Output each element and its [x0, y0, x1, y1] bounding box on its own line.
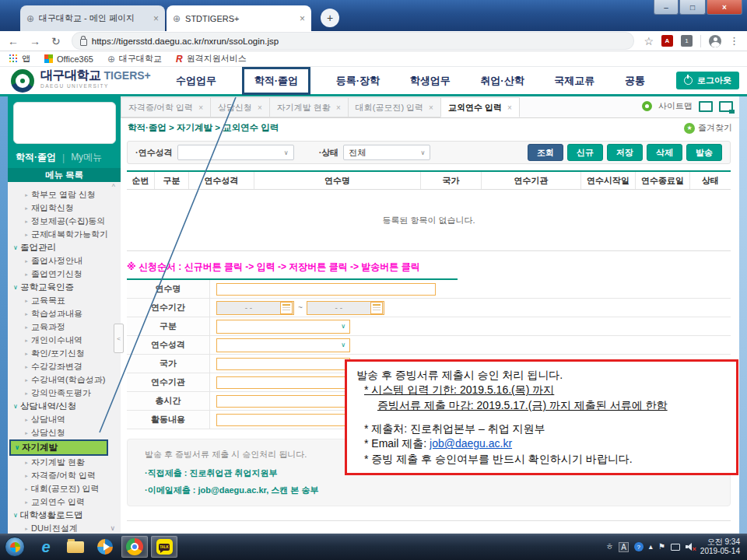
sidebar-menu-item[interactable]: ▸ 졸업연기신청	[8, 268, 121, 281]
mdi-tab[interactable]: 상담신청 ×	[210, 97, 270, 117]
extension-icon[interactable]: 1	[681, 35, 693, 47]
header-nav-item[interactable]: 학적·졸업	[242, 67, 310, 95]
ime-english-indicator[interactable]: A	[619, 542, 629, 552]
total-hours-input[interactable]	[216, 395, 350, 408]
network-icon[interactable]	[671, 544, 680, 551]
close-icon[interactable]: ×	[507, 103, 512, 112]
taskbar-chrome-icon[interactable]	[121, 536, 148, 558]
calendar-icon[interactable]	[280, 302, 293, 314]
sidebar-tab-mymenu[interactable]: My메뉴	[71, 151, 102, 164]
sidebar-collapse-handle[interactable]: <	[114, 324, 124, 353]
header-nav-item[interactable]: 공통	[620, 71, 650, 91]
action-button[interactable]: 저장	[607, 144, 643, 161]
start-button[interactable]	[5, 537, 25, 557]
window-minimize-button[interactable]: –	[654, 0, 679, 15]
ime-help-icon[interactable]: ?	[634, 542, 644, 551]
action-center-flag-icon[interactable]: ⚑	[658, 543, 665, 551]
collapse-up-icon[interactable]: ^	[112, 183, 115, 191]
activity-input[interactable]	[216, 414, 350, 426]
new-tab-button[interactable]: +	[321, 9, 339, 27]
end-date-input[interactable]: - -	[307, 301, 384, 315]
sidebar-menu-item[interactable]: ∨ 자기계발	[9, 439, 108, 456]
sidebar-menu-item[interactable]: ▸ 강의만족도평가	[8, 387, 121, 400]
reload-icon[interactable]: ↻	[51, 35, 61, 47]
mdi-tab[interactable]: 대회(공모전) 입력 ×	[348, 97, 441, 117]
header-nav-item[interactable]: 수업업무	[171, 71, 221, 91]
sidebar-menu-item[interactable]: ▸ 자격증/어학 입력	[8, 469, 121, 482]
sidebar-menu-item[interactable]: ▸ 군제대복학가능학기	[8, 228, 121, 241]
taskbar-explorer-icon[interactable]	[62, 536, 89, 558]
mdi-tab[interactable]: 자격증/어학 입력 ×	[121, 97, 211, 117]
volume-muted-icon[interactable]: ×	[686, 543, 695, 551]
bookmark-remote-support[interactable]: R 원격지원서비스	[176, 53, 247, 65]
window-layout-icon[interactable]	[699, 101, 713, 112]
window-cascade-icon[interactable]	[719, 101, 733, 112]
sidebar-menu-item[interactable]: ▸ 정보제공(수집)동의	[8, 215, 121, 228]
close-icon[interactable]: ×	[336, 103, 341, 112]
header-nav-item[interactable]: 국제교류	[549, 71, 599, 91]
sitemap-label[interactable]: 사이트맵	[658, 100, 693, 112]
sidebar-menu-item[interactable]: ▸ 재입학신청	[8, 201, 121, 215]
browser-tab-inactive[interactable]: ⊕ 대구대학교 - 메인 페이지 ×	[20, 5, 165, 31]
agency-input[interactable]	[216, 376, 350, 389]
favorite-button[interactable]: ★ 즐겨찾기	[684, 122, 732, 134]
header-nav-item[interactable]: 취업·산학	[475, 71, 528, 91]
calendar-icon[interactable]	[370, 302, 383, 314]
taskbar-clock[interactable]: 오전 9:34 2019-05-14	[700, 537, 740, 556]
sidebar-menu-item[interactable]: ▸ 교육목표	[8, 294, 121, 307]
sidebar-menu-item[interactable]: ∨ 대학생활로드맵	[8, 509, 121, 522]
show-hidden-icons[interactable]: ▴	[649, 543, 653, 551]
sidebar-menu-item[interactable]: ▸ 졸업사정안내	[8, 254, 121, 268]
pdf-extension-icon[interactable]: A	[661, 35, 673, 47]
sidebar-menu-item[interactable]: ▸ 학부모 열람 신청	[8, 188, 121, 201]
sidebar-menu-item[interactable]: ▸ 대회(공모전) 입력	[8, 482, 121, 495]
back-icon[interactable]: ←	[8, 35, 19, 47]
sidebar-menu-item[interactable]: ▸ DU비전설계	[8, 522, 121, 534]
browser-tab-active[interactable]: ⊕ STDTIGERS+ ×	[167, 5, 311, 31]
action-button[interactable]: 조회	[528, 144, 563, 161]
sidebar-menu-item[interactable]: ▸ 자기계발 현황	[8, 456, 121, 469]
action-button[interactable]: 신규	[567, 144, 603, 161]
site-logo[interactable]: 대구대학교TIGERS+ DAEGU UNIVERSITY	[40, 69, 151, 89]
action-button[interactable]: 삭제	[647, 144, 682, 161]
close-icon[interactable]: ×	[258, 103, 262, 112]
sidebar-menu-item[interactable]: ▸ 상담신청	[8, 426, 121, 439]
sidebar-menu-item[interactable]: ▸ 수강강좌변경	[8, 360, 121, 373]
mdi-tab[interactable]: 교외연수 입력 ×	[440, 97, 520, 117]
forward-icon[interactable]: →	[30, 35, 40, 47]
country-input[interactable]	[216, 358, 350, 370]
sidebar-menu-item[interactable]: ▸ 학습성과내용	[8, 307, 121, 320]
profile-avatar-icon[interactable]	[709, 35, 721, 47]
action-button[interactable]: 발송	[686, 144, 722, 161]
sidebar-menu-item[interactable]: ▸ 교육과정	[8, 320, 121, 334]
sidebar-menu-item[interactable]: ▸ 수강내역(학습성과)	[8, 373, 121, 387]
category-select[interactable]: ∨	[216, 320, 350, 334]
close-icon[interactable]: ×	[198, 103, 203, 112]
scroll-down-icon[interactable]: ∨	[110, 524, 115, 532]
window-close-button[interactable]: ×	[707, 0, 742, 15]
ime-korean-indicator[interactable]: ㅎ	[605, 543, 613, 551]
logout-button[interactable]: 로그아웃	[676, 72, 739, 89]
sidebar-menu-item[interactable]: ∨ 졸업관리	[8, 241, 121, 254]
address-bar[interactable]: https://tigersstd.daegu.ac.kr/nxrun/ssoL…	[72, 32, 635, 50]
browser-menu-icon[interactable]: ⋮	[729, 35, 739, 47]
sidebar-menu-item[interactable]: ∨ 상담내역/신청	[8, 400, 121, 413]
sidebar-menu-item[interactable]: ∨ 공학교육인증	[8, 281, 121, 294]
close-icon[interactable]: ×	[300, 13, 305, 24]
url-text[interactable]: https://tigersstd.daegu.ac.kr/nxrun/ssoL…	[92, 37, 279, 46]
nature-form-select[interactable]: ∨	[216, 338, 350, 352]
sidebar-menu-item[interactable]: ▸ 개인이수내역	[8, 334, 121, 347]
sidebar-menu-item[interactable]: ▸ 확인/포기신청	[8, 347, 121, 360]
bookmark-daegu-univ[interactable]: ⊕ 대구대학교	[107, 53, 162, 65]
header-nav-item[interactable]: 학생업무	[405, 71, 455, 91]
start-date-input[interactable]: - -	[216, 301, 294, 315]
taskbar-kakaotalk-icon[interactable]: TALK	[151, 536, 177, 558]
sidebar-tab-academic[interactable]: 학적·졸업	[16, 151, 56, 164]
mdi-tab[interactable]: 자기계발 현황 ×	[269, 97, 349, 117]
email-link[interactable]: job@daegu.ac.kr	[430, 437, 512, 450]
nature-select[interactable]: ∨	[177, 145, 294, 160]
bookmark-office365[interactable]: Office365	[44, 54, 93, 64]
taskbar-mediaplayer-icon[interactable]	[92, 536, 118, 558]
sidebar-menu-item[interactable]: ▸ 교외연수 입력	[8, 495, 121, 509]
header-nav-item[interactable]: 등록·장학	[331, 71, 384, 91]
